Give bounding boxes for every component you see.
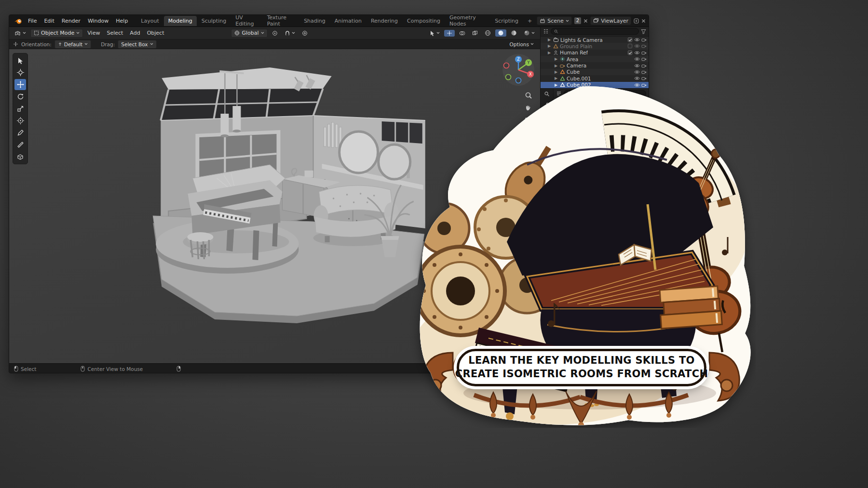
outliner-row-lights-camera[interactable]: ▶ Lights & Camera — [541, 37, 649, 43]
left-mouse-icon — [14, 366, 18, 372]
books-illustration — [659, 286, 722, 329]
options-dropdown[interactable]: Options — [507, 41, 536, 48]
nav-gizmo[interactable]: Z Y X — [502, 53, 535, 87]
drag-setting-dropdown[interactable]: Select Box — [118, 40, 156, 49]
rendered-sphere-icon — [524, 30, 530, 36]
show-gizmo-toggle[interactable] — [444, 30, 455, 37]
desktop-background: File Edit Render Window Help Layout Mode… — [0, 0, 868, 488]
eye-icon[interactable] — [634, 44, 640, 48]
tool-add-cube[interactable] — [14, 151, 26, 162]
tab-sculpting[interactable]: Sculpting — [197, 16, 231, 26]
status-select: Select — [14, 366, 36, 372]
magnet-icon — [285, 30, 290, 36]
selectability-dropdown[interactable] — [427, 30, 442, 37]
tab-scripting[interactable]: Scripting — [490, 16, 523, 26]
room-ceiling[interactable] — [161, 67, 331, 120]
outliner-row-human-ref[interactable]: ▶ Human Ref — [541, 50, 649, 56]
tool-annotate[interactable] — [14, 127, 26, 138]
tool-rotate[interactable] — [14, 91, 26, 102]
tool-move[interactable] — [14, 79, 26, 90]
tab-modeling[interactable]: Modeling — [164, 16, 197, 26]
orientation-setting-dropdown[interactable]: Default — [54, 40, 91, 49]
camera-visibility-icon[interactable] — [641, 44, 647, 48]
transform-orientation-dropdown[interactable]: Global — [231, 29, 267, 38]
tool-select-box[interactable] — [14, 55, 26, 66]
tab-compositing[interactable]: Compositing — [403, 16, 445, 26]
editor-type-button[interactable] — [12, 29, 28, 37]
outliner-editor-icon[interactable] — [543, 28, 549, 34]
scene-users-count[interactable]: 2 — [574, 17, 581, 24]
shading-wireframe-button[interactable] — [482, 29, 493, 37]
camera-visibility-icon[interactable] — [641, 57, 647, 61]
pointer-icon — [430, 30, 435, 36]
camera-object-icon — [560, 64, 565, 68]
tool-scale[interactable] — [14, 103, 26, 114]
menu-file[interactable]: File — [25, 16, 40, 26]
scene-name: Scene — [547, 18, 564, 24]
menu-edit[interactable]: Edit — [41, 16, 57, 26]
round-mirror[interactable] — [339, 132, 378, 173]
camera-visibility-icon[interactable] — [641, 38, 647, 42]
topbar-right: Scene 2 ViewLayer — [537, 16, 646, 25]
tab-rendering[interactable]: Rendering — [366, 16, 402, 26]
tab-animation[interactable]: Animation — [330, 16, 366, 26]
person-icon — [553, 50, 558, 55]
show-overlays-toggle[interactable] — [457, 30, 468, 37]
chevron-down-icon — [566, 20, 569, 22]
camera-visibility-icon[interactable] — [641, 70, 647, 74]
camera-visibility-icon[interactable] — [641, 64, 647, 68]
shading-solid-button[interactable] — [495, 29, 506, 37]
shading-rendered-button[interactable] — [521, 29, 537, 37]
eye-icon[interactable] — [634, 38, 640, 42]
outliner-row-camera[interactable]: ▶ Camera — [541, 62, 649, 68]
tool-cursor[interactable] — [14, 67, 26, 78]
tab-shading[interactable]: Shading — [299, 16, 330, 26]
mesh-icon — [553, 44, 558, 49]
remove-viewlayer-icon[interactable] — [641, 19, 646, 23]
chevron-down-icon — [150, 43, 153, 45]
xray-toggle[interactable] — [470, 30, 480, 37]
round-mirror-small[interactable] — [379, 145, 410, 179]
outliner-row-area[interactable]: ▶ Area — [541, 56, 649, 62]
overlays-icon — [459, 30, 465, 36]
eye-icon[interactable] — [634, 76, 640, 80]
viewport-menu-view[interactable]: View — [85, 29, 102, 37]
checkbox-checked-icon[interactable] — [627, 50, 633, 55]
tool-settings-bar: Orientation: Default Drag: Select Box Op… — [9, 40, 540, 49]
tool-transform[interactable] — [14, 115, 26, 126]
chevron-down-icon — [84, 43, 88, 45]
viewport-menu-select[interactable]: Select — [104, 29, 125, 37]
eye-icon[interactable] — [634, 64, 640, 68]
outliner-row-ground-plain[interactable]: ▶ Ground Plain — [541, 43, 649, 49]
eye-icon[interactable] — [634, 51, 640, 55]
blender-logo-icon[interactable] — [12, 17, 24, 25]
mode-dropdown[interactable]: Object Mode — [30, 29, 83, 38]
camera-visibility-icon[interactable] — [641, 76, 647, 80]
menu-render[interactable]: Render — [58, 16, 84, 26]
checkbox-checked-icon[interactable] — [627, 37, 633, 42]
outliner-row-cube-001[interactable]: ▶ Cube.001 — [541, 75, 649, 81]
menu-window[interactable]: Window — [84, 16, 112, 26]
viewlayer-selector[interactable]: ViewLayer — [590, 16, 631, 25]
eye-icon[interactable] — [634, 70, 640, 74]
viewport-menu-object[interactable]: Object — [145, 29, 167, 37]
tab-layout[interactable]: Layout — [136, 16, 163, 26]
camera-visibility-icon[interactable] — [641, 51, 647, 55]
proportional-edit-toggle[interactable] — [299, 30, 310, 37]
close-icon[interactable] — [583, 19, 588, 23]
material-sphere-icon — [511, 30, 517, 36]
snap-toggle[interactable] — [282, 30, 298, 37]
filter-icon[interactable] — [641, 29, 646, 34]
outliner-search-input[interactable] — [551, 28, 639, 35]
viewport-menu-add[interactable]: Add — [127, 29, 142, 37]
new-viewlayer-icon[interactable] — [634, 18, 639, 24]
add-workspace-button[interactable]: + — [523, 16, 536, 26]
shading-material-button[interactable] — [508, 29, 519, 37]
outliner-row-cube[interactable]: ▶ Cube — [541, 69, 649, 75]
menu-help[interactable]: Help — [112, 16, 131, 26]
scene-selector[interactable]: Scene — [537, 16, 572, 25]
checkbox-icon[interactable] — [627, 43, 633, 49]
eye-icon[interactable] — [634, 57, 640, 61]
pivot-point-button[interactable] — [270, 30, 280, 37]
tool-measure[interactable] — [14, 139, 26, 150]
